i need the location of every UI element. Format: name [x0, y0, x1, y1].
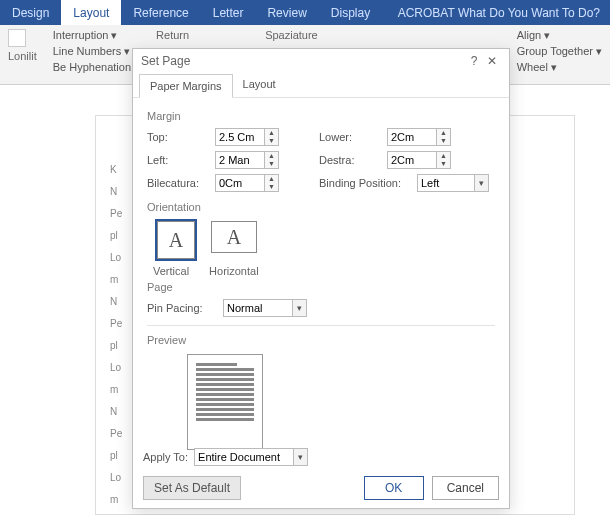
margin-section-label: Margin [147, 110, 495, 122]
apply-to-label: Apply To: [143, 451, 188, 463]
preview-section-label: Preview [147, 334, 495, 346]
destra-spinner[interactable]: ▲▼ [437, 151, 451, 169]
apply-to-select[interactable] [194, 448, 294, 466]
ribbon-interruption[interactable]: Interruption ▾ [53, 29, 140, 42]
lower-label: Lower: [319, 131, 379, 143]
ribbon-group-arrange: Align ▾ Group Together ▾ Wheel ▾ [509, 25, 610, 84]
dialog-title: Set Page [141, 54, 190, 68]
help-icon[interactable]: ? [465, 54, 483, 68]
ribbon-group-orientation: Lonilit [0, 25, 45, 84]
ribbon-line-numbers[interactable]: Line Numbers ▾ [53, 45, 140, 58]
top-input[interactable] [215, 128, 265, 146]
orientation-vertical-label: Vertical [153, 265, 189, 277]
tab-layout[interactable]: Layout [61, 0, 121, 25]
dialog-titlebar: Set Page ? ✕ [133, 49, 509, 73]
ribbon-wheel[interactable]: Wheel ▾ [517, 61, 602, 74]
ribbon-return-label: Return [156, 29, 189, 41]
tab-review[interactable]: Review [255, 0, 318, 25]
top-spinner[interactable]: ▲▼ [265, 128, 279, 146]
cancel-button[interactable]: Cancel [432, 476, 499, 500]
set-as-default-button[interactable]: Set As Default [143, 476, 241, 500]
lower-spinner[interactable]: ▲▼ [437, 128, 451, 146]
pin-pacing-label: Pin Pacing: [147, 302, 215, 314]
orientation-horizontal-glyph: A [227, 226, 241, 249]
binding-dropdown-icon[interactable]: ▾ [475, 174, 489, 192]
bilecatura-input[interactable] [215, 174, 265, 192]
pin-pacing-select[interactable] [223, 299, 293, 317]
binding-label: Binding Position: [319, 177, 409, 189]
tab-letter[interactable]: Letter [201, 0, 256, 25]
left-label: Left: [147, 154, 207, 166]
top-label: Top: [147, 131, 207, 143]
dialog-body: Margin Top: ▲▼ Left: ▲▼ Bilecatura: ▲▼ L [133, 98, 509, 458]
preview-thumbnail [187, 354, 263, 450]
pin-pacing-dropdown-icon[interactable]: ▾ [293, 299, 307, 317]
ribbon-hyphenation[interactable]: Be Hyphenation ▾ [53, 61, 140, 74]
ok-button[interactable]: OK [364, 476, 424, 500]
orientation-icon[interactable] [8, 29, 26, 47]
tell-me-prompt[interactable]: ACROBAT What Do You Want To Do? [398, 6, 610, 20]
orientation-horizontal-label: Horizontal [209, 265, 259, 277]
bilecatura-spinner[interactable]: ▲▼ [265, 174, 279, 192]
orientation-horizontal[interactable]: A [211, 221, 257, 253]
left-spinner[interactable]: ▲▼ [265, 151, 279, 169]
destra-label: Destra: [319, 154, 379, 166]
tab-paper-margins[interactable]: Paper Margins [139, 74, 233, 98]
orientation-vertical-glyph: A [169, 229, 183, 252]
tab-design[interactable]: Design [0, 0, 61, 25]
binding-select[interactable] [417, 174, 475, 192]
dialog-tabs: Paper Margins Layout [133, 73, 509, 98]
orientation-vertical[interactable]: A [157, 221, 195, 259]
left-input[interactable] [215, 151, 265, 169]
divider [147, 325, 495, 326]
lower-input[interactable] [387, 128, 437, 146]
app-tabs: Design Layout Reference Letter Review Di… [0, 0, 610, 25]
apply-to-dropdown-icon[interactable]: ▾ [294, 448, 308, 466]
tab-display[interactable]: Display [319, 0, 382, 25]
dialog-footer: Apply To: ▾ Set As Default OK Cancel [133, 440, 509, 508]
destra-input[interactable] [387, 151, 437, 169]
page-section-label: Page [147, 281, 495, 293]
close-icon[interactable]: ✕ [483, 54, 501, 68]
ribbon-lonilit-label: Lonilit [8, 50, 37, 62]
ribbon-spacing-label: Spaziature [265, 29, 318, 41]
ribbon-align[interactable]: Align ▾ [517, 29, 602, 42]
orientation-section-label: Orientation [147, 201, 495, 213]
tab-reference[interactable]: Reference [121, 0, 200, 25]
ribbon-group-together[interactable]: Group Together ▾ [517, 45, 602, 58]
bilecatura-label: Bilecatura: [147, 177, 207, 189]
tab-layout-dialog[interactable]: Layout [233, 73, 286, 97]
page-setup-dialog: Set Page ? ✕ Paper Margins Layout Margin… [132, 48, 510, 509]
